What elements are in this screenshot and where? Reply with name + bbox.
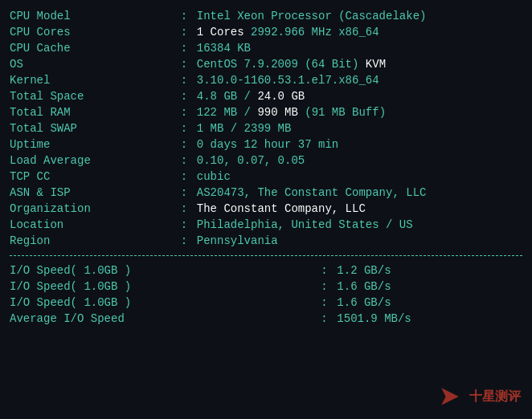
row-value: AS20473, The Constant Company, LLC bbox=[197, 185, 522, 201]
io-row: I/O Speed( 1.0GB ):1.6 GB/s bbox=[10, 295, 522, 311]
table-row: CPU Cores:1 Cores 2992.966 MHz x86_64 bbox=[10, 24, 522, 40]
io-label: Average I/O Speed bbox=[10, 311, 321, 327]
row-label: Load Average bbox=[10, 153, 181, 169]
row-colon: : bbox=[181, 153, 197, 169]
row-colon: : bbox=[181, 201, 197, 217]
row-value: 0 days 12 hour 37 min bbox=[197, 136, 522, 153]
io-row: I/O Speed( 1.0GB ):1.6 GB/s bbox=[10, 279, 522, 295]
row-colon: : bbox=[181, 217, 197, 233]
table-row: Total RAM:122 MB / 990 MB (91 MB Buff) bbox=[10, 104, 522, 120]
row-value: 1 MB / 2399 MB bbox=[197, 120, 522, 136]
row-label: Total RAM bbox=[10, 104, 181, 120]
io-speed-table: I/O Speed( 1.0GB ):1.2 GB/sI/O Speed( 1.… bbox=[10, 262, 522, 327]
table-row: CPU Model:Intel Xeon Processor (Cascadel… bbox=[10, 8, 522, 24]
io-row: I/O Speed( 1.0GB ):1.2 GB/s bbox=[10, 262, 522, 279]
table-row: Load Average:0.10, 0.07, 0.05 bbox=[10, 153, 522, 169]
row-colon: : bbox=[181, 169, 197, 185]
table-row: Location:Philadelphia, United States / U… bbox=[10, 217, 522, 233]
row-label: Region bbox=[10, 233, 181, 249]
row-value: 4.8 GB / 24.0 GB bbox=[197, 88, 522, 104]
io-value: 1.2 GB/s bbox=[337, 262, 522, 279]
watermark-icon bbox=[436, 382, 464, 411]
row-colon: : bbox=[181, 8, 197, 24]
row-value: 3.10.0-1160.53.1.el7.x86_64 bbox=[197, 72, 522, 88]
table-row: Total SWAP:1 MB / 2399 MB bbox=[10, 120, 522, 136]
row-colon: : bbox=[181, 72, 197, 88]
svg-marker-0 bbox=[441, 388, 459, 405]
io-colon: : bbox=[321, 311, 337, 327]
io-label: I/O Speed( 1.0GB ) bbox=[10, 279, 321, 295]
row-label: Total Space bbox=[10, 88, 181, 104]
table-row: Total Space:4.8 GB / 24.0 GB bbox=[10, 88, 522, 104]
row-label: Organization bbox=[10, 201, 181, 217]
row-colon: : bbox=[181, 104, 197, 120]
row-colon: : bbox=[181, 56, 197, 72]
row-value: The Constant Company, LLC bbox=[197, 201, 522, 217]
row-label: CPU Cache bbox=[10, 40, 181, 56]
io-colon: : bbox=[321, 295, 337, 311]
row-label: CPU Cores bbox=[10, 24, 181, 40]
row-value: 1 Cores 2992.966 MHz x86_64 bbox=[197, 24, 522, 40]
row-colon: : bbox=[181, 88, 197, 104]
io-colon: : bbox=[321, 262, 337, 279]
io-label: I/O Speed( 1.0GB ) bbox=[10, 295, 321, 311]
section-divider bbox=[10, 255, 522, 256]
row-colon: : bbox=[181, 185, 197, 201]
row-colon: : bbox=[181, 233, 197, 249]
table-row: Kernel:3.10.0-1160.53.1.el7.x86_64 bbox=[10, 72, 522, 88]
row-label: Total SWAP bbox=[10, 120, 181, 136]
io-value: 1.6 GB/s bbox=[337, 279, 522, 295]
table-row: Uptime:0 days 12 hour 37 min bbox=[10, 136, 522, 153]
row-label: ASN & ISP bbox=[10, 185, 181, 201]
row-value: cubic bbox=[197, 169, 522, 185]
system-info-table: CPU Model:Intel Xeon Processor (Cascadel… bbox=[10, 8, 522, 249]
io-value: 1.6 GB/s bbox=[337, 295, 522, 311]
table-row: Organization:The Constant Company, LLC bbox=[10, 201, 522, 217]
watermark: 十星测评 bbox=[436, 382, 521, 411]
row-colon: : bbox=[181, 136, 197, 153]
row-colon: : bbox=[181, 40, 197, 56]
watermark-text: 十星测评 bbox=[469, 388, 521, 405]
io-colon: : bbox=[321, 279, 337, 295]
row-value: 16384 KB bbox=[197, 40, 522, 56]
row-value: 0.10, 0.07, 0.05 bbox=[197, 153, 522, 169]
io-label: I/O Speed( 1.0GB ) bbox=[10, 262, 321, 279]
table-row: Region:Pennsylvania bbox=[10, 233, 522, 249]
table-row: CPU Cache:16384 KB bbox=[10, 40, 522, 56]
row-label: Kernel bbox=[10, 72, 181, 88]
row-value: Intel Xeon Processor (Cascadelake) bbox=[197, 8, 522, 24]
row-colon: : bbox=[181, 24, 197, 40]
table-row: ASN & ISP:AS20473, The Constant Company,… bbox=[10, 185, 522, 201]
table-row: TCP CC:cubic bbox=[10, 169, 522, 185]
row-value: Pennsylvania bbox=[197, 233, 522, 249]
row-label: TCP CC bbox=[10, 169, 181, 185]
row-value: CentOS 7.9.2009 (64 Bit) KVM bbox=[197, 56, 522, 72]
row-value: 122 MB / 990 MB (91 MB Buff) bbox=[197, 104, 522, 120]
row-value: Philadelphia, United States / US bbox=[197, 217, 522, 233]
row-label: Location bbox=[10, 217, 181, 233]
row-label: OS bbox=[10, 56, 181, 72]
table-row: OS:CentOS 7.9.2009 (64 Bit) KVM bbox=[10, 56, 522, 72]
row-label: Uptime bbox=[10, 136, 181, 153]
row-label: CPU Model bbox=[10, 8, 181, 24]
io-row: Average I/O Speed:1501.9 MB/s bbox=[10, 311, 522, 327]
row-colon: : bbox=[181, 120, 197, 136]
io-value: 1501.9 MB/s bbox=[337, 311, 522, 327]
